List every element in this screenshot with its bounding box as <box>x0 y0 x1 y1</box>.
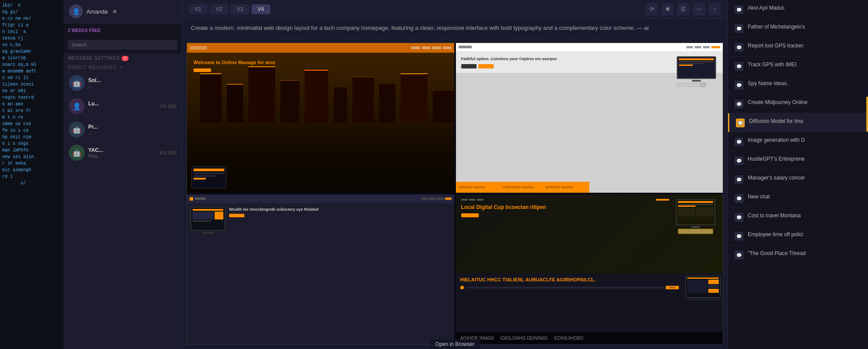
chat-avatar-yac: 🤖 <box>69 145 85 161</box>
chat-history-text-goodplace: "The Good Place Thread <box>748 250 861 257</box>
prompt-text-content: Create a modern, minimalist web design l… <box>191 25 649 31</box>
chat-history-text-diffusion: Diffusion Model for Ima <box>749 118 861 125</box>
cell1-cta <box>194 68 211 72</box>
chat-history-timeoff[interactable]: 💬 Employee time off polici <box>728 227 868 245</box>
cell4-laptop-content <box>687 280 719 293</box>
chat-icon-gps-track: 💬 <box>735 62 743 71</box>
chat-icon-midjourney: 💬 <box>735 100 743 108</box>
terminal-text: ibir n ng gi/ e cv nm ne/ frigr Li a n t… <box>2 2 61 187</box>
cell3-title: Wealth lee Ooocktogretk oulinctery eye R… <box>229 207 451 212</box>
chat-info-pr: Pr... ... <box>88 124 176 135</box>
chat-history-akol[interactable]: 💬 Akol Ayii Madut. <box>728 0 868 19</box>
chat-history-montana[interactable]: 💬 Cost to travel Montana <box>728 208 868 227</box>
version-tabs: V1 V2 V3 V4 <box>189 4 270 14</box>
image-cell-1: Welcome to Online Manage for aroc <box>187 43 454 193</box>
cell4-mini-nav <box>461 199 670 201</box>
cell3-logo-icon <box>190 197 193 201</box>
image-grid: Welcome to Online Manage for aroc <box>187 43 723 345</box>
chat-history-hustle[interactable]: 💬 HustleGPT's Entreprene <box>728 151 868 170</box>
open-in-browser-label[interactable]: Open in Browser <box>430 339 480 349</box>
cell1-logo <box>190 46 207 50</box>
chat-history-goodplace[interactable]: 💬 "The Good Place Thread <box>728 245 868 264</box>
action-btn-1[interactable]: ⟳ <box>646 3 658 15</box>
chat-item-yac[interactable]: 🤖 YAC... Play... IFA 3BM <box>64 141 182 165</box>
action-btn-2[interactable]: ✱ <box>661 3 674 15</box>
tab-v1[interactable]: V1 <box>189 4 208 14</box>
chat-icon-spy: 💬 <box>735 81 743 90</box>
user-avatar: 👤 <box>69 4 83 18</box>
tab-v2[interactable]: V2 <box>210 4 229 14</box>
chat-icon-montana: 💬 <box>735 213 743 222</box>
chat-history-spy[interactable]: 💬 Spy Name Ideas. <box>728 76 868 94</box>
chat-history-gps-report[interactable]: 💬 Report lost GPS tracker. <box>728 38 868 57</box>
chat-icon-new-chat: 💬 <box>735 194 743 203</box>
cell3-text: Wealth lee Ooocktogretk oulinctery eye R… <box>229 207 451 218</box>
chat-history-text-montana: Cost to travel Montana <box>748 212 861 219</box>
cell3-monitor-wrapper <box>190 207 226 234</box>
chat-item-pr[interactable]: 🤖 Pr... ... <box>64 118 182 141</box>
cell2-monitor-area <box>677 56 716 85</box>
chat-history-father[interactable]: 💬 Father of Michelangelo's <box>728 19 868 38</box>
image-grid-container: Welcome to Online Manage for aroc <box>182 38 728 349</box>
search-bar <box>64 36 182 53</box>
chat-name-lu: Lu... <box>88 101 156 107</box>
cell2-screen <box>677 56 716 79</box>
cell4-laptop-base <box>688 298 718 300</box>
cell3-content: Wealth lee Ooocktogretk oulinctery eye R… <box>187 203 454 238</box>
action-btn-4[interactable]: ⋯ <box>693 3 705 15</box>
cell4-monitor-stand <box>691 226 700 228</box>
scrollbar-indicator <box>866 97 868 132</box>
cell3-cta <box>229 214 244 217</box>
action-btn-3[interactable]: ☰ <box>677 3 689 15</box>
chat-history-midjourney[interactable]: 💬 Create Midjourney Online <box>728 94 868 113</box>
terminal-panel: ibir n ng gi/ e cv nm ne/ frigr Li a n t… <box>0 0 64 349</box>
chat-time-lu: IFA 3BM <box>160 104 176 109</box>
chat-name-pr: Pr... <box>88 124 176 130</box>
chat-history-diffusion[interactable]: 💬 Diffusion Model for Ima <box>728 113 868 132</box>
cell1-navbar <box>187 43 454 53</box>
image-cell-4: Local Digital Cup bcoectan rtlipen <box>456 194 723 344</box>
chat-meta-lu: IFA 3BM <box>160 104 176 109</box>
sidebar-header: 👤 Amanda ⊕ <box>64 0 182 23</box>
chat-meta-yac: IFA 3BM <box>160 151 176 155</box>
main-content: V1 V2 V3 V4 ⟳ ✱ ☰ ⋯ ↑ Create a modern, m… <box>182 0 728 349</box>
tab-v4[interactable]: V4 <box>251 4 270 14</box>
cell4-keyboard <box>678 229 713 234</box>
cell3-monitor <box>190 207 226 231</box>
search-input[interactable] <box>68 40 177 50</box>
user-icon: ⊕ <box>113 9 117 14</box>
action-btn-5[interactable]: ↑ <box>709 3 721 15</box>
chat-preview-lu: ... <box>88 107 156 112</box>
cell1-title: Welcome to Online Manage for aroc <box>194 59 448 66</box>
cell4-screen-cards <box>678 208 713 216</box>
chat-history-text-spy: Spy Name Ideas. <box>748 80 861 87</box>
cell3-screen-content <box>193 212 223 219</box>
cell3-nav-items <box>208 198 452 200</box>
section-label: Message Settings 7 <box>64 53 182 63</box>
chat-history-new-chat[interactable]: 💬 New chat <box>728 189 868 208</box>
chat-item-lu[interactable]: 👤 Lu... ... IFA 3BM <box>64 95 182 118</box>
cell4-computer-graphic <box>674 199 717 270</box>
chat-history-text-timeoff: Employee time off polici <box>748 231 861 238</box>
cell1-nav-item1 <box>411 47 420 49</box>
cell4-bottom-title: HIELAITUC HHCC TIALIERL AUBUACLFE AGIRIH… <box>460 277 679 283</box>
cell4-hero-text: Local Digital Cup bcoectan rtlipen <box>461 199 670 270</box>
chat-info-lu: Lu... ... <box>88 101 156 112</box>
chat-history-text-hustle: HustleGPT's Entreprene <box>748 155 861 163</box>
toolbar-actions: ⟳ ✱ ☰ ⋯ ↑ <box>646 3 721 15</box>
chat-item-sol[interactable]: 🤖 Sol... ... <box>64 72 182 95</box>
cell1-nav-item2 <box>422 47 430 49</box>
tab-v3[interactable]: V3 <box>230 4 249 14</box>
chat-history-manager[interactable]: 💬 Manager's salary concer <box>728 170 868 189</box>
chat-preview-pr: ... <box>88 130 176 135</box>
chat-history-image-gen[interactable]: 💬 Image generation with D <box>728 132 868 151</box>
chat-icon-timeoff: 💬 <box>735 232 743 241</box>
chat-history-text-gps-report: Report lost GPS tracker. <box>748 42 861 50</box>
cell1-gradient <box>187 130 454 193</box>
cell2-logo <box>459 46 472 48</box>
cell1-nav-item3 <box>432 47 441 49</box>
chat-history-gps-track[interactable]: 💬 Track GPS with IMEI. <box>728 57 868 76</box>
cell4-cta <box>461 213 479 217</box>
cell4-top-title: Local Digital Cup bcoectan rtlipen <box>461 204 670 211</box>
image-cell-3: Wealth lee Ooocktogretk oulinctery eye R… <box>187 194 454 344</box>
